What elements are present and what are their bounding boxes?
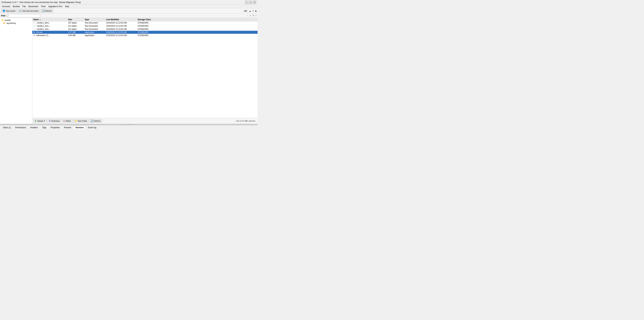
titlebar: S3 Browser 11.6.7 - Free Version (for no… — [0, 0, 258, 5]
upload-button[interactable]: ⬆ Upload ▼ — [33, 119, 47, 123]
sidebar-item-bucket-label: bucket — [5, 19, 10, 21]
delete-button[interactable]: ✕ Delete — [62, 119, 72, 123]
bucket-folder-icon: 📁 — [1, 19, 4, 21]
restore-button[interactable]: □ — [249, 1, 252, 4]
new-folder-label: New Folder — [78, 120, 87, 122]
menu-help[interactable]: Help — [64, 5, 70, 8]
menu-buckets[interactable]: Buckets — [12, 5, 21, 8]
table-row[interactable]: 📄 cluster1_svm... 211 bytes Text Documen… — [32, 28, 258, 31]
file-size: 2.07 MB — [67, 31, 84, 33]
download-icon: ⬇ — [49, 120, 51, 122]
file-modified: 3/24/2024 12:13:53 AM — [105, 34, 137, 36]
new-bucket-label: New bucket — [6, 10, 15, 12]
tab-preview[interactable]: Preview — [62, 126, 73, 129]
new-bucket-button[interactable]: 🪣 New bucket — [1, 9, 17, 13]
file-doc-icon: 📄 — [33, 28, 36, 30]
file-modified: 3/24/2024 12:13:53 AM — [105, 22, 137, 24]
bottom-tabs: Tasks (1) Permissions Headers Tags Prope… — [0, 125, 258, 129]
file-type: Text Document — [84, 22, 105, 24]
file-size: 157 bytes — [67, 22, 84, 24]
tab-properties[interactable]: Properties — [48, 126, 62, 129]
cloud-icon[interactable]: ☁ — [249, 9, 251, 12]
drag-dots: • • • — [126, 123, 131, 125]
file-type: Text Document — [84, 28, 105, 30]
menu-file[interactable]: File — [21, 5, 27, 8]
delete-icon: ✕ — [63, 120, 65, 122]
col-header-modified[interactable]: Last Modified — [105, 18, 137, 21]
col-header-name[interactable]: Name ▲ — [32, 18, 67, 21]
col-header-storage[interactable]: Storage Class — [137, 18, 158, 21]
name-sort-arrow: ▲ — [39, 19, 41, 20]
pause-icon[interactable]: ▮ — [255, 9, 256, 12]
table-row[interactable]: 📄 cluster1_dem... 157 bytes Text Documen… — [32, 21, 258, 24]
file-doc-icon: 📄 — [33, 25, 36, 27]
star-icon[interactable]: ☆ — [246, 14, 248, 17]
download-label: Download — [51, 120, 60, 122]
table-row[interactable]: 📄 cluster1_svm... 211 bytes Text Documen… — [32, 24, 258, 28]
keyboard-icon[interactable]: ⌨ — [244, 9, 247, 12]
file-size: 9.58 MB — [67, 34, 84, 36]
add-external-label: Add external bucket — [22, 10, 38, 12]
filelist-header: Name ▲ Size Type Last Modified Storage C… — [32, 18, 258, 21]
menubar: Accounts Buckets File Bookmarks Tools Up… — [0, 5, 258, 8]
filelist-refresh-icon: 🔄 — [91, 120, 94, 122]
download-button[interactable]: ⬇ Download — [47, 119, 61, 123]
toolbar: 🪣 New bucket 🔗 Add external bucket 🔄 Ref… — [0, 8, 258, 13]
close-button[interactable]: ✕ — [253, 1, 256, 4]
table-row[interactable]: ⚙ s3browser-11... 9.58 MB Application 3/… — [32, 34, 258, 37]
path-label: Path: — [1, 14, 6, 17]
file-storage: STANDARD — [137, 31, 158, 33]
filelist-refresh-button[interactable]: 🔄 Refresh — [89, 119, 102, 123]
menu-upgrade[interactable]: Upgrade to Pro! — [47, 5, 64, 8]
file-modified: 3/24/2024 12:13:53 AM — [105, 28, 137, 30]
add-external-bucket-button[interactable]: 🔗 Add external bucket — [18, 9, 40, 13]
filter-icon[interactable]: ⚙ — [252, 14, 254, 17]
table-row[interactable]: ⚙ hfs.exe 2.07 MB Application 3/24/2024 … — [32, 31, 258, 34]
view-icon[interactable]: ≡ — [255, 14, 256, 17]
filelist-toolbar: ⬆ Upload ▼ ⬇ Download ✕ Delete 📁 New Fol… — [32, 118, 258, 124]
filelist-refresh-label: Refresh — [94, 120, 100, 122]
upload-label: Upload — [37, 120, 43, 122]
sidebar-item-bucket[interactable]: 📁 bucket — [0, 18, 32, 22]
new-folder-button[interactable]: 📁 New Folder — [73, 119, 88, 123]
tab-headers[interactable]: Headers — [28, 126, 40, 129]
file-storage: STANDARD — [137, 34, 158, 36]
main-area: 📁 bucket 📂 sg-dummy Name ▲ Size Type Las… — [0, 18, 258, 124]
tab-permissions[interactable]: Permissions — [13, 126, 28, 129]
delete-label: Delete — [66, 120, 71, 122]
pathbar: Path: ☆ ✏ ⚙ ≡ — [0, 13, 258, 18]
minimize-button[interactable]: ─ — [245, 1, 248, 4]
file-modified: 3/24/2024 12:13:53 AM — [105, 31, 137, 33]
col-header-size[interactable]: Size — [67, 18, 84, 21]
file-exe-icon-2: ⚙ — [33, 34, 35, 36]
menu-accounts[interactable]: Accounts — [1, 5, 12, 8]
upload-dropdown-arrow[interactable]: ▼ — [44, 120, 45, 122]
col-header-type[interactable]: Type — [84, 18, 105, 21]
tab-versions[interactable]: Versions — [73, 126, 86, 129]
file-name: ⚙ hfs.exe — [32, 31, 67, 33]
file-doc-icon: 📄 — [33, 22, 36, 24]
file-type: Text Document — [84, 25, 105, 27]
sidebar-item-sg-dummy-label: sg-dummy — [7, 22, 16, 24]
menu-bookmarks[interactable]: Bookmarks — [27, 5, 40, 8]
file-size: 211 bytes — [67, 28, 84, 30]
upload-icon: ⬆ — [35, 120, 36, 122]
path-input[interactable] — [7, 14, 40, 17]
file-name: ⚙ s3browser-11... — [32, 34, 67, 36]
tab-eventlog[interactable]: Event log — [86, 126, 98, 129]
menu-tools[interactable]: Tools — [40, 5, 47, 8]
file-storage: STANDARD — [137, 28, 158, 30]
file-type: Application — [84, 31, 105, 33]
info-icon[interactable]: ℹ — [253, 9, 254, 12]
toolbar-refresh-button[interactable]: 🔄 Refresh — [40, 9, 53, 13]
file-storage: STANDARD — [137, 25, 158, 27]
sidebar: 📁 bucket 📂 sg-dummy — [0, 18, 32, 124]
file-name: 📄 cluster1_svm... — [32, 28, 67, 30]
edit-icon[interactable]: ✏ — [250, 14, 251, 17]
toolbar-refresh-label: Refresh — [46, 10, 52, 12]
file-exe-icon: ⚙ — [33, 31, 35, 33]
tab-tasks[interactable]: Tasks (1) — [1, 126, 13, 129]
sidebar-item-sg-dummy[interactable]: 📂 sg-dummy — [0, 22, 32, 25]
filelist-status: 1 file (2.07 MB) selected — [102, 120, 256, 122]
tab-tags[interactable]: Tags — [40, 126, 48, 129]
